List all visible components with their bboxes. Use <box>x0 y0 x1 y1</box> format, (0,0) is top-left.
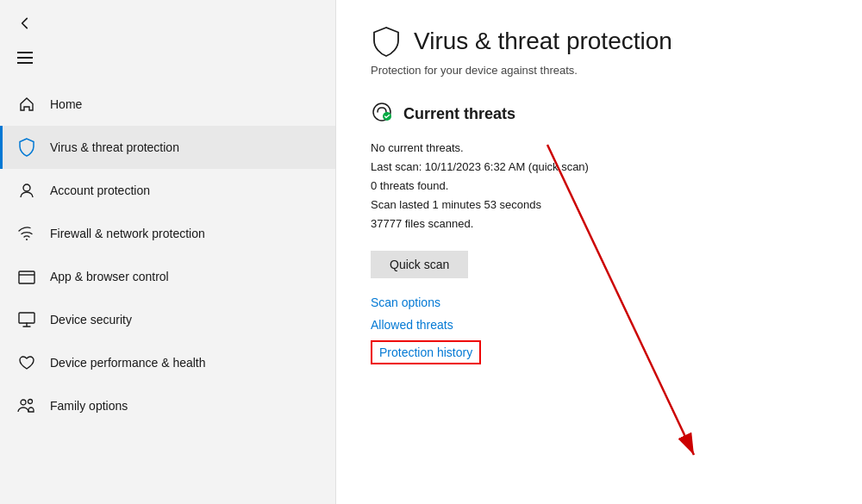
svg-point-3 <box>23 184 30 191</box>
svg-rect-6 <box>19 313 34 323</box>
svg-point-7 <box>21 400 26 405</box>
sidebar-item-family-label: Family options <box>50 399 128 413</box>
person-icon <box>17 181 36 200</box>
current-threats-icon <box>371 101 393 127</box>
sidebar-item-home-label: Home <box>50 97 82 111</box>
device-icon <box>17 310 36 329</box>
sidebar-item-app-browser-label: App & browser control <box>50 270 169 283</box>
main-content: Virus & threat protection Protection for… <box>336 0 862 504</box>
section-title-current-threats: Current threats <box>403 105 515 123</box>
sidebar-item-virus-label: Virus & threat protection <box>50 140 179 154</box>
allowed-threats-link[interactable]: Allowed threats <box>371 318 828 332</box>
quick-scan-button[interactable]: Quick scan <box>371 251 468 278</box>
protection-history-link[interactable]: Protection history <box>371 340 481 364</box>
scan-duration-text: Scan lasted 1 minutes 53 seconds <box>371 196 828 215</box>
app-browser-icon <box>17 267 36 286</box>
svg-point-4 <box>26 239 28 240</box>
files-scanned-text: 37777 files scanned. <box>371 215 828 233</box>
sidebar-item-virus[interactable]: Virus & threat protection <box>0 126 335 169</box>
heart-icon <box>17 353 36 372</box>
wifi-icon <box>17 224 36 243</box>
main-wrapper: Virus & threat protection Protection for… <box>336 0 862 504</box>
current-threats-header: Current threats <box>371 101 828 127</box>
family-icon <box>17 396 36 415</box>
svg-rect-0 <box>17 52 33 53</box>
sidebar-item-account[interactable]: Account protection <box>0 169 335 212</box>
svg-rect-5 <box>19 271 34 283</box>
sidebar-item-app-browser[interactable]: App & browser control <box>0 255 335 298</box>
sidebar-item-device-health[interactable]: Device performance & health <box>0 341 335 384</box>
hamburger-icon <box>17 52 33 64</box>
no-threats-text: No current threats. <box>371 139 828 158</box>
sidebar-item-device-health-label: Device performance & health <box>50 356 206 370</box>
sidebar-item-home[interactable]: Home <box>0 83 335 126</box>
sidebar-item-firewall-label: Firewall & network protection <box>50 227 205 240</box>
scan-options-link[interactable]: Scan options <box>371 296 828 309</box>
home-icon <box>17 95 36 114</box>
back-button[interactable] <box>0 7 335 40</box>
sidebar-item-device-security-label: Device security <box>50 313 132 327</box>
threats-info: No current threats. Last scan: 10/11/202… <box>371 139 828 233</box>
last-scan-text: Last scan: 10/11/2023 6:32 AM (quick sca… <box>371 158 828 177</box>
page-title: Virus & threat protection <box>414 28 672 55</box>
hamburger-menu[interactable] <box>0 43 335 76</box>
sidebar-item-account-label: Account protection <box>50 184 150 197</box>
sidebar: Home Virus & threat protection Account p… <box>0 0 336 504</box>
threats-found-text: 0 threats found. <box>371 177 828 196</box>
back-icon <box>17 16 33 31</box>
page-subtitle: Protection for your device against threa… <box>371 64 828 77</box>
svg-rect-2 <box>17 62 33 64</box>
page-header: Virus & threat protection <box>371 26 828 57</box>
sidebar-item-firewall[interactable]: Firewall & network protection <box>0 212 335 255</box>
sidebar-item-device-security[interactable]: Device security <box>0 298 335 341</box>
svg-rect-1 <box>17 57 33 59</box>
svg-point-8 <box>28 400 33 404</box>
sidebar-item-family[interactable]: Family options <box>0 384 335 427</box>
shield-icon <box>17 138 36 157</box>
page-header-icon <box>371 26 402 57</box>
